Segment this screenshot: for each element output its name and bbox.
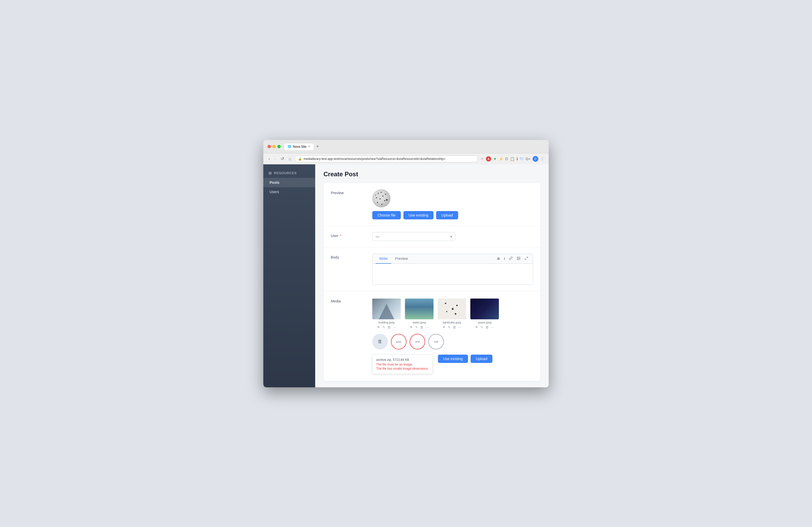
- ext-icon-6[interactable]: 🛡: [520, 157, 523, 161]
- maximize-button[interactable]: [277, 145, 281, 148]
- tooltip-filename: archive.zip, 5713.84 KB: [376, 358, 429, 362]
- image-insert-button[interactable]: [515, 255, 522, 262]
- back-button[interactable]: ‹: [267, 156, 271, 162]
- view-icon[interactable]: 👁: [410, 325, 413, 329]
- upload-button[interactable]: Upload: [436, 211, 458, 219]
- water-actions: 👁 ✎ 🗑 ···: [410, 325, 429, 330]
- delete-icon[interactable]: 🗑: [485, 325, 489, 329]
- view-icon[interactable]: 👁: [475, 325, 478, 329]
- svg-line-2: [527, 257, 528, 258]
- ext-icon-4[interactable]: 📋: [510, 157, 514, 161]
- edit-icon[interactable]: ✎: [480, 325, 483, 329]
- user-select[interactable]: —: [372, 232, 455, 241]
- view-icon[interactable]: 👁: [442, 325, 446, 329]
- more-button[interactable]: ⋮: [540, 156, 545, 161]
- more-icon[interactable]: ···: [393, 325, 396, 330]
- tab-write[interactable]: Write: [376, 254, 391, 264]
- media-images: building.jpeg 👁 ✎ 🗑 ···: [372, 299, 533, 330]
- editor-toolbar: B I: [496, 255, 530, 262]
- sidebar-item-posts[interactable]: Posts: [263, 178, 315, 187]
- tab-close-button[interactable]: ✕: [308, 145, 310, 148]
- media-thumb-water: [405, 299, 434, 319]
- browser-nav-icons: ☆ A ▼ ⚡ D 📋 ℹ 🛡 G+ D ⋮: [481, 156, 545, 162]
- address-bar[interactable]: 🔒 medialibrary-test-app.test/nova/resour…: [295, 156, 478, 162]
- delete-icon[interactable]: 🗑: [453, 325, 456, 329]
- media-action-buttons: Use existing Upload: [438, 355, 493, 363]
- sidebar-users-label: Users: [270, 190, 279, 194]
- building-filename: building.jpeg: [378, 321, 395, 324]
- delete-icon[interactable]: 🗑: [387, 325, 391, 329]
- tooltip-error-2: The file has invalid image dimensions.: [376, 367, 429, 370]
- ext-icon-2[interactable]: ⚡: [499, 157, 503, 161]
- file-chip-delete[interactable]: 🗑: [372, 334, 388, 350]
- sidebar: ⊞ Resources Posts Users: [263, 164, 315, 387]
- expand-button[interactable]: [523, 255, 530, 262]
- error-tooltip: archive.zip, 5713.84 KB The file must be…: [372, 355, 433, 374]
- minimize-button[interactable]: [272, 145, 276, 148]
- refresh-button[interactable]: ↺: [280, 156, 285, 162]
- nav-bar: ‹ › ↺ ⌂ 🔒 medialibrary-test-app.test/nov…: [263, 154, 549, 164]
- sidebar-posts-label: Posts: [270, 181, 279, 185]
- tooltip-error-1: The file must be an image.: [376, 363, 429, 366]
- adblock-icon[interactable]: A: [486, 156, 491, 161]
- user-avatar[interactable]: D: [533, 156, 538, 162]
- building-actions: 👁 ✎ 🗑 ···: [377, 325, 396, 330]
- active-tab[interactable]: 🌐 Nova Site ✕: [284, 143, 314, 150]
- title-bar: 🌐 Nova Site ✕ +: [263, 140, 549, 154]
- media-thumb-bugs: [438, 299, 466, 319]
- edit-icon[interactable]: ✎: [382, 325, 385, 329]
- content-area: ⊞ Resources Posts Users Create Post Prev…: [263, 164, 549, 387]
- ext-icon-5[interactable]: ℹ: [517, 157, 518, 161]
- preview-dots: [372, 189, 390, 208]
- forward-button[interactable]: ›: [273, 156, 277, 162]
- more-icon[interactable]: ···: [425, 325, 429, 330]
- sidebar-item-users[interactable]: Users: [263, 187, 315, 197]
- media-item-bugs: lightbulbs.jpeg 👁 ✎ 🗑 ···: [438, 299, 466, 330]
- media-use-existing-button[interactable]: Use existing: [438, 355, 468, 363]
- view-icon[interactable]: 👁: [377, 325, 380, 329]
- browser-window: 🌐 Nova Site ✕ + ‹ › ↺ ⌂ 🔒 medialibrary-t…: [263, 140, 549, 387]
- ext-icon-1[interactable]: ▼: [493, 157, 497, 161]
- ext-icon-7[interactable]: G+: [526, 157, 531, 161]
- bold-button[interactable]: B: [496, 256, 501, 262]
- edit-icon[interactable]: ✎: [415, 325, 418, 329]
- media-upload-button[interactable]: Upload: [470, 355, 492, 363]
- preview-row: Preview: [323, 183, 540, 226]
- body-control: Write Preview B I: [372, 254, 533, 285]
- body-row: Body Write Preview B I: [323, 247, 540, 291]
- media-control: building.jpeg 👁 ✎ 🗑 ···: [372, 298, 533, 375]
- file-chip-json[interactable]: json: [391, 334, 407, 350]
- preview-control: Choose file Use existing Upload: [372, 189, 533, 219]
- delete-icon[interactable]: 🗑: [420, 325, 423, 329]
- water-image: [405, 299, 434, 319]
- editor-body[interactable]: [373, 264, 533, 285]
- new-tab-button[interactable]: +: [316, 144, 319, 149]
- use-existing-button[interactable]: Use existing: [403, 211, 434, 219]
- trash-icon: 🗑: [378, 339, 382, 344]
- home-button[interactable]: ⌂: [288, 156, 292, 162]
- more-icon[interactable]: ···: [491, 325, 494, 330]
- lock-icon: 🔒: [298, 157, 302, 161]
- ext-icon-3[interactable]: D: [505, 157, 508, 161]
- traffic-lights: [267, 145, 281, 148]
- more-icon[interactable]: ···: [458, 325, 462, 330]
- user-label: User *: [331, 232, 372, 238]
- user-select-wrap: — ▾: [372, 232, 455, 241]
- resources-grid-icon: ⊞: [269, 171, 272, 175]
- file-chip-md[interactable]: md: [428, 334, 444, 350]
- link-button[interactable]: [507, 255, 514, 262]
- preview-label: Preview: [331, 189, 372, 195]
- tab-bar: 🌐 Nova Site ✕ +: [284, 143, 545, 150]
- tab-preview[interactable]: Preview: [391, 254, 411, 264]
- star-icon[interactable]: ☆: [481, 157, 484, 161]
- media-item-building: building.jpeg 👁 ✎ 🗑 ···: [372, 299, 401, 330]
- italic-button[interactable]: I: [502, 256, 506, 262]
- media-row: Media building.jpeg: [323, 291, 540, 381]
- user-row: User * — ▾: [323, 226, 540, 247]
- file-chip-xml[interactable]: xml: [410, 334, 425, 350]
- bugs-filename: lightbulbs.jpeg: [443, 321, 461, 324]
- close-button[interactable]: [267, 145, 271, 148]
- edit-icon[interactable]: ✎: [448, 325, 451, 329]
- bugs-image: [438, 299, 466, 319]
- choose-file-button[interactable]: Choose file: [372, 211, 401, 219]
